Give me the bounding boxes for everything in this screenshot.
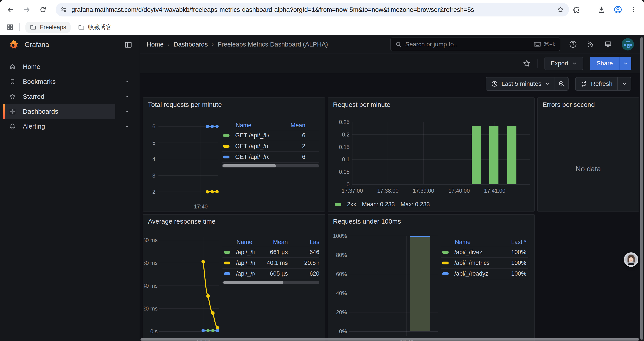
series-color-pill xyxy=(223,134,230,137)
legend-row[interactable]: /api/_/readyz100% xyxy=(441,269,528,279)
page-vertical-scrollbar[interactable] xyxy=(640,35,644,341)
download-icon[interactable] xyxy=(598,6,606,14)
share-menu-button[interactable] xyxy=(620,57,631,70)
request-per-minute-chart: 0.250.20.150.10.05017:37:0017:38:0017:39… xyxy=(331,112,531,199)
brand-name[interactable]: Grafana xyxy=(24,41,124,49)
browser-menu-icon[interactable] xyxy=(630,6,637,13)
sidebar-item-label: Dashboards xyxy=(23,108,58,115)
svg-text:17:40:00: 17:40:00 xyxy=(448,188,470,194)
panel-title[interactable]: Errors per second xyxy=(538,98,639,112)
panel-title[interactable]: Request per minute xyxy=(328,98,534,112)
legend-column-header[interactable]: Last * xyxy=(495,239,528,245)
svg-text:0.2: 0.2 xyxy=(342,131,350,138)
legend-column-header[interactable]: Las xyxy=(296,239,319,245)
panel-request-per-minute: Request per minute 0.250.20.150.10.05017… xyxy=(328,97,534,212)
user-avatar[interactable] xyxy=(622,38,634,51)
bookmark-item[interactable]: Freeleaps xyxy=(26,22,70,33)
legend-row[interactable]: /api/_/metrics40.1 ms20.5 r xyxy=(222,258,319,269)
favorite-star-icon[interactable] xyxy=(522,59,531,68)
legend-row[interactable]: /api/_/metrics100% xyxy=(441,258,528,269)
sidebar: Grafana HomeBookmarksStarredDashboardsAl… xyxy=(0,35,140,341)
back-icon[interactable] xyxy=(6,5,15,14)
apps-grid-icon[interactable] xyxy=(6,24,14,31)
requests-under-100ms-chart: 100%80%60%40%20%0%17:40 xyxy=(330,228,439,341)
series-color-pill xyxy=(224,261,230,264)
chevron-down-icon xyxy=(124,94,130,99)
legend-scrollbar[interactable] xyxy=(222,281,319,284)
legend-row[interactable]: /api/_/livez661 µs646 xyxy=(222,247,319,258)
legend-row[interactable]: GET /api/_/metrics2 xyxy=(222,141,319,152)
legend-column-header[interactable]: Name xyxy=(222,239,255,245)
panel-title[interactable]: Total requests per minute xyxy=(143,98,325,112)
legend-column-header[interactable]: Mean xyxy=(269,122,319,129)
legend-column-header[interactable]: Name xyxy=(222,122,269,129)
forward-icon[interactable] xyxy=(22,5,31,14)
svg-text:17:37:00: 17:37:00 xyxy=(342,188,363,194)
legend-header: NameLast * xyxy=(441,237,528,247)
time-controls: Last 5 minutes Refresh xyxy=(140,73,644,94)
sidebar-item-bookmarks[interactable]: Bookmarks xyxy=(0,74,140,89)
legend-row[interactable]: GET /api/_/readyz6 xyxy=(222,152,319,163)
sidebar-item-home[interactable]: Home xyxy=(0,59,140,74)
series-value: 646 xyxy=(296,249,319,256)
sidebar-item-label: Bookmarks xyxy=(23,78,56,85)
panel-title[interactable]: Average response time xyxy=(143,215,325,228)
toolbar-divider xyxy=(538,59,538,68)
panel-title[interactable]: Requests under 100ms xyxy=(328,215,534,228)
export-button[interactable]: Export xyxy=(544,57,583,70)
bookmark-item[interactable]: 收藏博客 xyxy=(74,21,116,33)
bookmark-label: Freeleaps xyxy=(40,24,66,31)
legend-row[interactable]: /api/_/livez100% xyxy=(441,247,528,258)
legend-row[interactable]: /api/_/readyz605 µs620 xyxy=(222,269,319,279)
reload-icon[interactable] xyxy=(38,5,47,14)
svg-text:17:38:00: 17:38:00 xyxy=(377,188,398,194)
chevron-down-icon xyxy=(545,81,550,86)
legend-scrollbar-thumb[interactable] xyxy=(222,164,276,167)
legend-inline[interactable]: 2xxMean: 0.233Max: 0.233 xyxy=(335,201,534,208)
share-button[interactable]: Share xyxy=(590,57,620,70)
series-value: 620 xyxy=(296,270,319,277)
dashboard-canvas: Total requests per minute 6543217:40 Nam… xyxy=(140,94,644,341)
collapse-sidebar-icon[interactable] xyxy=(124,41,132,49)
bookmark-star-icon[interactable] xyxy=(557,6,564,14)
legend-scrollbar-thumb[interactable] xyxy=(223,281,284,284)
page-horizontal-scrollbar[interactable] xyxy=(140,338,639,340)
floating-assistant-avatar[interactable] xyxy=(624,252,638,267)
breadcrumb-item[interactable]: Home xyxy=(147,41,164,48)
refresh-button[interactable]: Refresh xyxy=(575,77,618,91)
help-icon[interactable] xyxy=(569,40,577,48)
breadcrumb-item[interactable]: Dashboards xyxy=(174,41,208,48)
extensions-icon[interactable] xyxy=(573,6,580,14)
time-range-picker[interactable]: Last 5 minutes xyxy=(486,77,555,91)
search-placeholder: Search or jump to... xyxy=(405,41,534,48)
sidebar-item-alerting[interactable]: Alerting xyxy=(0,119,140,134)
profile-icon[interactable] xyxy=(614,6,622,14)
series-value: 100% xyxy=(495,249,528,256)
sidebar-item-dashboards[interactable]: Dashboards xyxy=(0,104,140,119)
site-info-icon[interactable] xyxy=(60,6,67,13)
url-bar[interactable]: grafana.mathmast.com/d/deytv4rwavabkb/fr… xyxy=(56,3,569,17)
series-value: 2 xyxy=(269,143,319,150)
no-data-message: No data xyxy=(538,112,639,211)
news-rss-icon[interactable] xyxy=(586,40,594,48)
zoom-out-time-button[interactable] xyxy=(555,77,568,91)
average-response-time-chart: 80 ms60 ms40 ms20 ms0 s17:40 xyxy=(144,228,221,341)
legend-column-header[interactable]: Mean xyxy=(255,239,296,245)
svg-text:0.25: 0.25 xyxy=(339,119,350,125)
legend-column-header[interactable]: Name xyxy=(441,239,495,245)
svg-text:17:39:00: 17:39:00 xyxy=(413,188,434,194)
monitor-icon[interactable] xyxy=(604,40,612,48)
refresh-interval-button[interactable] xyxy=(618,77,631,91)
svg-text:4: 4 xyxy=(152,156,156,162)
grafana-logo-icon[interactable] xyxy=(8,39,19,51)
dashboards-icon xyxy=(9,108,16,115)
url-text[interactable]: grafana.mathmast.com/d/deytv4rwavabkb/fr… xyxy=(72,6,557,14)
legend-scrollbar[interactable] xyxy=(222,164,319,167)
series-color-pill xyxy=(223,156,230,158)
sidebar-item-starred[interactable]: Starred xyxy=(0,89,140,104)
legend-row[interactable]: GET /api/_/livez6 xyxy=(222,130,319,141)
legend-table: NameMeanLas/api/_/livez661 µs646/api/_/m… xyxy=(222,237,319,341)
series-value: 605 µs xyxy=(255,270,296,277)
breadcrumb-item[interactable]: Freeleaps Metrics Dashboard (ALPHA) xyxy=(218,41,328,48)
search-input[interactable]: Search or jump to... ⌘+k xyxy=(390,38,560,51)
